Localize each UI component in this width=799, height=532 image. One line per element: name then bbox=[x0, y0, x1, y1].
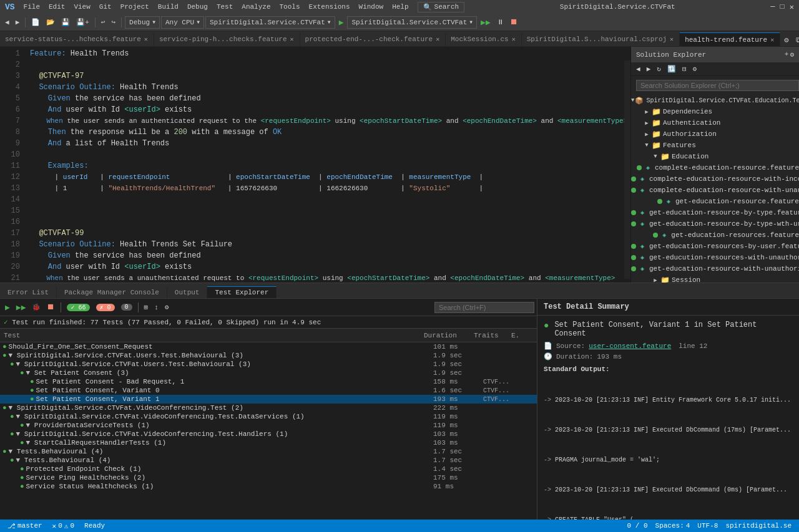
te-fail-filter-btn[interactable]: ✗ 0 bbox=[94, 302, 117, 312]
stop-btn[interactable]: ⏹ bbox=[507, 16, 521, 28]
tab-close-btn[interactable]: ✕ bbox=[144, 35, 149, 44]
te-row[interactable]: ●Protected Endpoint Check (1) 1.4 sec bbox=[0, 465, 537, 473]
tab-close-btn[interactable]: ✕ bbox=[770, 36, 775, 44]
save-all-btn[interactable]: 💾+ bbox=[74, 17, 92, 27]
te-debug-btn[interactable]: 🐞 bbox=[29, 302, 43, 312]
te-row[interactable]: ●Should_Fire_One_Set_Consent_Request 101… bbox=[0, 342, 537, 351]
tab-package-manager[interactable]: Package Manager Console bbox=[57, 287, 167, 298]
tab-close-btn[interactable]: ✕ bbox=[669, 35, 674, 44]
se-sync-btn[interactable]: ↻ bbox=[654, 64, 664, 74]
pause-btn[interactable]: ⏸ bbox=[494, 17, 506, 27]
tab-service-status[interactable]: service-status-...hchecks.feature ✕ bbox=[0, 32, 154, 46]
tab-error-list[interactable]: Error List bbox=[0, 287, 57, 298]
tab-test-explorer[interactable]: Test Explorer bbox=[207, 286, 277, 298]
menu-test[interactable]: Test bbox=[213, 2, 237, 12]
tab-split-btn[interactable]: ⧉ bbox=[792, 35, 799, 46]
tab-settings-btn[interactable]: ⚙ bbox=[780, 34, 792, 46]
te-skip-filter-btn[interactable]: 0 bbox=[119, 302, 135, 312]
tab-mocksession[interactable]: MockSession.cs ✕ bbox=[446, 32, 521, 46]
menu-window[interactable]: Window bbox=[355, 2, 388, 12]
te-row[interactable]: ●▼ Tests.Behavioural (4) 1.7 sec bbox=[0, 447, 537, 456]
tab-protected-end[interactable]: protected-end-...-check.feature ✕ bbox=[300, 32, 446, 46]
run-config-dropdown[interactable]: SpiritDigital.Service.CTVFat ▼ bbox=[347, 16, 477, 29]
back-btn[interactable]: ◀ bbox=[2, 17, 12, 27]
te-row[interactable]: ●▼ Tests.Behavioural (4) 1.7 sec bbox=[0, 456, 537, 465]
te-row[interactable]: ●Service Status Healthchecks (1) 91 ms bbox=[0, 482, 537, 491]
menu-tools[interactable]: Tools bbox=[276, 2, 304, 12]
debug-config-dropdown[interactable]: Debug ▼ bbox=[125, 16, 160, 29]
se-refresh-btn[interactable]: 🔃 bbox=[665, 64, 679, 74]
tab-health-trend[interactable]: health-trend.feature ✕ bbox=[680, 32, 780, 46]
te-row[interactable]: ●Set Patient Consent - Bad Request, 1 15… bbox=[0, 377, 537, 386]
status-company[interactable]: spiritdigital.se bbox=[723, 522, 794, 530]
se-back-btn[interactable]: ◀ bbox=[634, 64, 643, 74]
menu-debug[interactable]: Debug bbox=[184, 2, 212, 12]
code-content[interactable]: Feature: Health Trends @CTVFAT-97 Scenar… bbox=[25, 47, 630, 283]
status-git[interactable]: ⎇ master bbox=[5, 522, 45, 530]
menu-edit[interactable]: Edit bbox=[45, 2, 69, 12]
se-dependencies[interactable]: ▶ 📁 Dependencies bbox=[631, 106, 799, 117]
menu-project[interactable]: Project bbox=[117, 2, 153, 12]
te-group-btn[interactable]: ⊞ bbox=[142, 302, 151, 312]
te-sort-btn[interactable]: ↕ bbox=[152, 302, 161, 312]
status-errors[interactable]: ✕ 0 ⚠ 0 bbox=[50, 522, 77, 530]
te-settings-btn[interactable]: ⚙ bbox=[162, 302, 172, 312]
te-row[interactable]: ●▼ SpiritDigital.Service.CTVFat.Users.Te… bbox=[0, 360, 537, 369]
status-ready[interactable]: Ready bbox=[82, 522, 107, 530]
se-file-3[interactable]: ◈ complete-education-resource-with-unaut… bbox=[631, 185, 799, 196]
source-link[interactable]: user-consent.feature bbox=[589, 342, 671, 350]
se-file-6[interactable]: ◈ get-education-resource-by-type-wth-ura… bbox=[631, 218, 799, 230]
forward-btn[interactable]: ▶ bbox=[13, 17, 22, 27]
tab-csproj[interactable]: SpiritDigital.S...havioural.csproj ✕ bbox=[522, 32, 680, 46]
maximize-icon[interactable]: □ bbox=[780, 2, 785, 11]
se-add-btn[interactable]: + bbox=[785, 51, 789, 59]
menu-git[interactable]: Git bbox=[96, 2, 115, 12]
se-file-10[interactable]: ◈ get-education-resource-with-unauthoriz… bbox=[631, 263, 799, 274]
se-forward-btn[interactable]: ▶ bbox=[644, 64, 654, 74]
title-search[interactable]: 🔍 Search bbox=[418, 2, 465, 12]
run-btn[interactable]: ▶ bbox=[336, 16, 346, 29]
te-cancel-btn[interactable]: ⏹ bbox=[44, 301, 57, 313]
se-filter-btn[interactable]: ⚙ bbox=[790, 51, 794, 59]
te-search-input[interactable] bbox=[434, 302, 534, 313]
project-dropdown[interactable]: SpiritDigital.Service.CTVFat ▼ bbox=[205, 16, 335, 29]
editor-scrollbar[interactable] bbox=[624, 60, 630, 279]
minimize-icon[interactable]: ─ bbox=[770, 2, 775, 11]
se-features[interactable]: ▼ 📁 Features bbox=[631, 140, 799, 151]
tab-close-btn[interactable]: ✕ bbox=[511, 35, 516, 44]
se-file-8[interactable]: ◈ get-education-resources-by-user.featur… bbox=[631, 241, 799, 252]
se-collapse-btn[interactable]: ⊟ bbox=[680, 64, 689, 74]
te-row[interactable]: ●▼ StartCallRequestHandlerTests (1) 103 … bbox=[0, 438, 537, 447]
menu-build[interactable]: Build bbox=[154, 2, 182, 12]
se-education[interactable]: ▼ 📁 Education bbox=[631, 151, 799, 162]
te-run-btn[interactable]: ▶ bbox=[2, 301, 12, 314]
run-all-btn[interactable]: ▶▶ bbox=[478, 16, 493, 29]
te-run-all-btn[interactable]: ▶▶ bbox=[14, 301, 29, 314]
te-row[interactable]: ●▼ SpiritDigital.Service.CTVFat.Users.Te… bbox=[0, 351, 537, 360]
save-btn[interactable]: 💾 bbox=[59, 17, 72, 27]
status-position[interactable]: 0 / 0 bbox=[625, 522, 650, 530]
menu-extensions[interactable]: Extensions bbox=[305, 2, 354, 12]
te-row[interactable]: ●▼ SpiritDigital.Service.CTVFat.VideoCon… bbox=[0, 412, 537, 421]
tab-output[interactable]: Output bbox=[167, 287, 208, 298]
se-file-1[interactable]: ◈ complete-education-resource.feature bbox=[631, 162, 799, 173]
redo-btn[interactable]: ↪ bbox=[109, 17, 118, 27]
status-encoding[interactable]: UTF-8 bbox=[695, 522, 720, 530]
tab-close-btn[interactable]: ✕ bbox=[290, 35, 295, 44]
te-row[interactable]: ●▼ ProviderDataServiceTests (1) 119 ms bbox=[0, 421, 537, 430]
se-file-4[interactable]: ◈ get-education-resource.feature bbox=[631, 196, 799, 207]
tab-close-btn[interactable]: ✕ bbox=[435, 35, 440, 44]
menu-file[interactable]: File bbox=[20, 2, 44, 12]
te-row[interactable]: ●Set Patient Consent, Variant 0 1.6 sec … bbox=[0, 386, 537, 395]
new-file-btn[interactable]: 📄 bbox=[29, 17, 42, 27]
se-file-7[interactable]: ◈ get-education-resources.feature bbox=[631, 230, 799, 241]
te-row[interactable]: ●▼ SpiritDigital.Service.CTVFat.VideoCon… bbox=[0, 430, 537, 438]
te-row[interactable]: ●▼ SpiritDigital.Service.CTVFat.VideoCon… bbox=[0, 404, 537, 412]
se-search-input[interactable] bbox=[636, 80, 799, 91]
menu-help[interactable]: Help bbox=[388, 2, 412, 12]
menu-analyze[interactable]: Analyze bbox=[238, 2, 274, 12]
close-icon[interactable]: ✕ bbox=[790, 2, 794, 12]
te-row-selected[interactable]: ●Set Patient Consent, Variant 1 193 ms C… bbox=[0, 395, 537, 404]
se-authorization[interactable]: ▶ 📁 Authorization bbox=[631, 128, 799, 140]
se-file-2[interactable]: ◈ complete-education-resource-with-incor… bbox=[631, 173, 799, 185]
